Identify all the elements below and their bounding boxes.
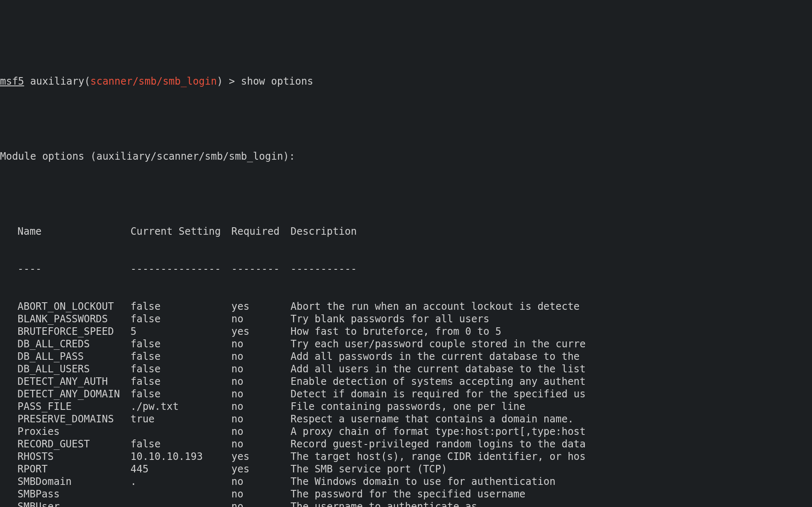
option-name: DETECT_ANY_DOMAIN (18, 388, 130, 400)
option-name: DB_ALL_PASS (18, 350, 130, 363)
command-text: show options (241, 75, 313, 87)
header-name: Name (18, 225, 130, 238)
prompt-line[interactable]: msf5 auxiliary(scanner/smb/smb_login) > … (0, 75, 812, 88)
option-description: Abort the run when an account lockout is… (291, 300, 580, 313)
option-setting (130, 500, 231, 507)
option-setting (130, 425, 231, 438)
prompt-context-prefix: auxiliary( (24, 75, 90, 87)
option-name: RECORD_GUEST (18, 438, 130, 450)
option-description: How fast to bruteforce, from 0 to 5 (291, 325, 501, 338)
option-name: RPORT (18, 463, 130, 475)
option-description: Try blank passwords for all users (291, 313, 489, 325)
options-header-row: NameCurrent SettingRequiredDescription (0, 225, 812, 238)
option-required: yes (231, 325, 291, 338)
option-required: no (231, 350, 291, 363)
option-required: no (231, 375, 291, 388)
option-description: A proxy chain of format type:host:port[,… (291, 425, 586, 438)
option-setting: 5 (130, 325, 231, 338)
option-name: PASS_FILE (18, 400, 130, 413)
option-required: no (231, 475, 291, 488)
rule-name: ---- (18, 263, 130, 275)
option-description: The target host(s), range CIDR identifie… (291, 450, 586, 463)
options-body: ABORT_ON_LOCKOUTfalseyesAbort the run wh… (0, 300, 812, 507)
option-name: BRUTEFORCE_SPEED (18, 325, 130, 338)
option-row: RECORD_GUESTfalsenoRecord guest-privileg… (0, 438, 812, 450)
option-name: SMBDomain (18, 475, 130, 488)
option-name: BLANK_PASSWORDS (18, 313, 130, 325)
option-row: ProxiesnoA proxy chain of format type:ho… (0, 425, 812, 438)
option-description: Add all passwords in the current databas… (291, 350, 580, 363)
option-description: Detect if domain is required for the spe… (291, 388, 586, 400)
option-description: The password for the specified username (291, 488, 526, 500)
blank-line (0, 188, 812, 200)
option-name: SMBPass (18, 488, 130, 500)
option-row: ABORT_ON_LOCKOUTfalseyesAbort the run wh… (0, 300, 812, 313)
option-required: no (231, 313, 291, 325)
prompt-context-suffix: ) > (217, 75, 241, 87)
option-description: Add all users in the current database to… (291, 363, 586, 375)
option-required: no (231, 363, 291, 375)
option-setting: false (130, 350, 231, 363)
option-setting: 445 (130, 463, 231, 475)
header-required: Required (231, 225, 291, 238)
option-setting: false (130, 438, 231, 450)
header-description: Description (291, 225, 357, 238)
option-required: no (231, 388, 291, 400)
option-row: DB_ALL_USERSfalsenoAdd all users in the … (0, 363, 812, 375)
option-row: DETECT_ANY_DOMAINfalsenoDetect if domain… (0, 388, 812, 400)
option-required: yes (231, 300, 291, 313)
option-name: ABORT_ON_LOCKOUT (18, 300, 130, 313)
option-required: no (231, 425, 291, 438)
option-name: DB_ALL_USERS (18, 363, 130, 375)
option-row: PASS_FILE./pw.txtnoFile containing passw… (0, 400, 812, 413)
option-row: SMBUsernoThe username to authenticate as (0, 500, 812, 507)
option-required: no (231, 413, 291, 425)
option-name: Proxies (18, 425, 130, 438)
option-setting: false (130, 300, 231, 313)
option-setting: false (130, 388, 231, 400)
option-setting: false (130, 375, 231, 388)
option-setting (130, 488, 231, 500)
option-required: no (231, 500, 291, 507)
option-setting: ./pw.txt (130, 400, 231, 413)
option-required: no (231, 338, 291, 350)
option-setting: false (130, 313, 231, 325)
header-setting: Current Setting (130, 225, 231, 238)
option-name: DETECT_ANY_AUTH (18, 375, 130, 388)
option-description: Enable detection of systems accepting an… (291, 375, 586, 388)
option-required: no (231, 438, 291, 450)
prompt-module-path: scanner/smb/smb_login (90, 75, 217, 87)
option-row: BRUTEFORCE_SPEED5yesHow fast to brutefor… (0, 325, 812, 338)
rule-required: -------- (231, 263, 291, 275)
prompt-prefix: msf5 (0, 75, 24, 87)
option-row: PRESERVE_DOMAINStruenoRespect a username… (0, 413, 812, 425)
blank-line (0, 113, 812, 125)
option-required: yes (231, 463, 291, 475)
option-description: Respect a username that contains a domai… (291, 413, 574, 425)
option-description: The SMB service port (TCP) (291, 463, 447, 475)
option-row: DETECT_ANY_AUTHfalsenoEnable detection o… (0, 375, 812, 388)
option-setting: false (130, 363, 231, 375)
option-name: PRESERVE_DOMAINS (18, 413, 130, 425)
option-required: yes (231, 450, 291, 463)
options-rule-row: -------------------------------------- (0, 263, 812, 275)
option-description: File containing passwords, one per line (291, 400, 526, 413)
option-setting: true (130, 413, 231, 425)
option-row: RHOSTS10.10.10.193yesThe target host(s),… (0, 450, 812, 463)
option-row: RPORT445yesThe SMB service port (TCP) (0, 463, 812, 475)
option-setting: 10.10.10.193 (130, 450, 231, 463)
terminal-output: msf5 auxiliary(scanner/smb/smb_login) > … (0, 50, 812, 507)
option-description: Try each user/password couple stored in … (291, 338, 586, 350)
option-description: The username to authenticate as (291, 500, 477, 507)
option-name: DB_ALL_CREDS (18, 338, 130, 350)
option-name: RHOSTS (18, 450, 130, 463)
module-options-header: Module options (auxiliary/scanner/smb/sm… (0, 150, 812, 163)
option-row: BLANK_PASSWORDSfalsenoTry blank password… (0, 313, 812, 325)
option-description: The Windows domain to use for authentica… (291, 475, 556, 488)
option-row: DB_ALL_CREDSfalsenoTry each user/passwor… (0, 338, 812, 350)
option-required: no (231, 488, 291, 500)
option-setting: false (130, 338, 231, 350)
option-name: SMBUser (18, 500, 130, 507)
option-description: Record guest-privileged random logins to… (291, 438, 586, 450)
rule-setting: --------------- (130, 263, 231, 275)
